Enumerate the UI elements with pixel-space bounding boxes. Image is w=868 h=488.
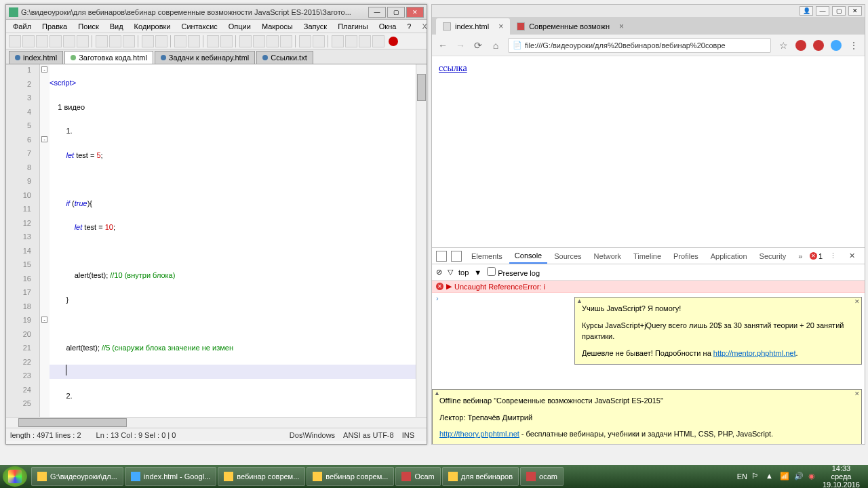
toolbar-saveall-icon[interactable]	[50, 35, 62, 47]
page-link[interactable]: ссылка	[439, 63, 467, 73]
tab-close-icon[interactable]: ×	[619, 22, 624, 31]
toolbar-close-icon[interactable]	[63, 35, 75, 47]
tab-close-icon[interactable]: ×	[498, 22, 503, 31]
browser-tab[interactable]: index.html×	[436, 18, 510, 35]
toolbar-btn[interactable]	[372, 35, 384, 47]
toolbar-redo-icon[interactable]	[155, 35, 167, 47]
star-icon[interactable]: ☆	[778, 40, 789, 51]
fold-icon[interactable]: -	[41, 317, 47, 323]
tray-icon[interactable]: ▲	[766, 472, 776, 482]
back-icon[interactable]: ←	[437, 40, 448, 51]
toolbar-btn[interactable]	[267, 35, 279, 47]
code-area[interactable]: <script> 1 видео 1. let test = 5; if (tr…	[50, 64, 427, 417]
tray-network-icon[interactable]: 📶	[780, 472, 790, 482]
scroll-thumb[interactable]	[417, 74, 426, 101]
file-tab[interactable]: Заготовка кода.html	[64, 51, 153, 64]
file-tab[interactable]: Задачи к вебинару.html	[155, 51, 255, 64]
menu-options[interactable]: Опции	[224, 21, 255, 32]
taskbar-item[interactable]: Ocam	[395, 467, 440, 486]
minimize-button[interactable]: —	[816, 6, 829, 16]
error-counter[interactable]: ✕1	[810, 252, 823, 260]
toolbar-new-icon[interactable]	[9, 35, 21, 47]
url-input[interactable]: 📄 file:///G:/видеоуроки/для%20вебинаров/…	[508, 38, 771, 53]
devtools-tab-timeline[interactable]: Timeline	[628, 249, 667, 263]
toolbar-find-icon[interactable]	[174, 35, 186, 47]
dropdown-icon[interactable]: ▼	[474, 268, 481, 277]
console-error-row[interactable]: ✕ ▶ Uncaught ReferenceError: i	[432, 281, 865, 293]
close-button[interactable]: ✕	[406, 7, 424, 18]
home-icon[interactable]: ⌂	[490, 40, 501, 51]
language-indicator[interactable]: EN	[737, 472, 747, 481]
toolbar-zoom-in-icon[interactable]	[207, 35, 219, 47]
collapse-icon[interactable]: ▲	[576, 297, 583, 306]
menu-file[interactable]: Файл	[9, 21, 35, 32]
devtools-tab-more[interactable]: »	[793, 249, 808, 263]
devtools-tab-application[interactable]: Application	[705, 249, 753, 263]
clear-console-icon[interactable]: ⊘	[436, 268, 442, 277]
toolbar-zoom-out-icon[interactable]	[220, 35, 233, 47]
extension-icon[interactable]	[831, 40, 842, 51]
forward-icon[interactable]: →	[455, 40, 466, 51]
tray-volume-icon[interactable]: 🔊	[794, 472, 804, 482]
taskbar-item[interactable]: index.html - Googl...	[125, 467, 216, 486]
scroll-thumb[interactable]	[18, 418, 127, 427]
menu-macros[interactable]: Макросы	[258, 21, 297, 32]
toolbar-replace-icon[interactable]	[188, 35, 200, 47]
tooltip-close-icon[interactable]: ✕	[854, 390, 860, 399]
toolbar-btn[interactable]	[280, 35, 292, 47]
extension-icon[interactable]	[795, 40, 806, 51]
menu-close-doc[interactable]: X	[418, 22, 431, 30]
fold-icon[interactable]: -	[41, 66, 47, 73]
taskbar-item[interactable]: вебинар соврем...	[307, 467, 394, 486]
collapse-icon[interactable]: ▲	[434, 389, 440, 399]
console-body[interactable]: ✕ ▶ Uncaught ReferenceError: i › ▲ ✕ Учи…	[432, 281, 865, 444]
menu-syntax[interactable]: Синтаксис	[178, 21, 222, 32]
tray-flag-icon[interactable]: 🏳	[751, 472, 762, 482]
tooltip-link[interactable]: http://mentor.phphtml.net	[713, 349, 796, 357]
toolbar-open-icon[interactable]	[22, 35, 35, 47]
close-button[interactable]: ✕	[848, 6, 862, 16]
devtools-tab-profiles[interactable]: Profiles	[668, 249, 704, 263]
menu-plugins[interactable]: Плагины	[334, 21, 372, 32]
devtools-tab-security[interactable]: Security	[754, 249, 792, 263]
taskbar-clock[interactable]: 14:33 среда 19.10.2016	[823, 464, 860, 488]
user-icon[interactable]: 👤	[800, 6, 813, 16]
tray-icon[interactable]: ◉	[808, 472, 818, 482]
reload-icon[interactable]: ⟳	[473, 40, 484, 51]
file-tab[interactable]: index.html	[9, 51, 63, 64]
maximize-button[interactable]: ▢	[387, 7, 405, 18]
toolbar-btn[interactable]	[253, 35, 265, 47]
device-icon[interactable]	[451, 251, 462, 262]
toolbar-record-icon[interactable]	[389, 37, 398, 46]
toolbar-btn[interactable]	[299, 35, 311, 47]
tooltip-link[interactable]: http://theory.phphtml.net	[439, 430, 519, 438]
taskbar-item[interactable]: ocam	[520, 467, 564, 486]
devtools-tab-console[interactable]: Console	[509, 249, 547, 264]
browser-tab[interactable]: Современные возможн×	[510, 18, 631, 35]
devtools-tab-elements[interactable]: Elements	[466, 249, 508, 263]
horizontal-scrollbar[interactable]	[6, 417, 427, 428]
menu-edit[interactable]: Правка	[38, 21, 71, 32]
toolbar-btn[interactable]	[359, 35, 371, 47]
toolbar-btn[interactable]	[239, 35, 252, 47]
taskbar-item[interactable]: для вебинаров	[442, 467, 519, 486]
fold-icon[interactable]: -	[41, 136, 47, 142]
vertical-scrollbar[interactable]	[416, 64, 427, 417]
preserve-log-checkbox[interactable]: Preserve log	[487, 267, 540, 277]
toolbar-copy-icon[interactable]	[109, 35, 121, 47]
start-button[interactable]	[3, 466, 27, 487]
menu-view[interactable]: Вид	[106, 21, 127, 32]
toolbar-btn[interactable]	[332, 35, 344, 47]
menu-windows[interactable]: Окна	[375, 21, 401, 32]
maximize-button[interactable]: ▢	[832, 6, 846, 16]
menu-search[interactable]: Поиск	[74, 21, 102, 32]
toolbar-cut-icon[interactable]	[96, 35, 108, 47]
toolbar-btn[interactable]	[313, 35, 325, 47]
filter-icon[interactable]: ▽	[448, 268, 453, 277]
context-dropdown[interactable]: top	[458, 268, 469, 277]
file-tab[interactable]: Ссылки.txt	[256, 51, 313, 64]
toolbar-save-icon[interactable]	[36, 35, 48, 47]
minimize-button[interactable]: —	[368, 7, 386, 18]
menu-icon[interactable]: ⋮	[848, 40, 859, 51]
code-editor[interactable]: 1234567891011121314151617181920212223242…	[6, 64, 427, 417]
